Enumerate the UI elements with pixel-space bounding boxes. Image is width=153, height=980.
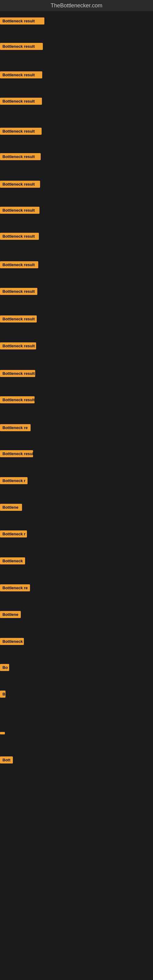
- bottleneck-result-6[interactable]: Bottleneck result: [0, 153, 41, 160]
- bottleneck-result-18[interactable]: Bottleneck r: [0, 477, 27, 484]
- bottleneck-result-20[interactable]: Bottleneck r: [0, 530, 27, 538]
- site-title: TheBottlenecker.com: [0, 0, 153, 11]
- bottleneck-result-17[interactable]: Bottleneck result: [0, 450, 33, 457]
- bottleneck-result-22[interactable]: Bottleneck re: [0, 584, 30, 591]
- bottleneck-result-14[interactable]: Bottleneck result: [0, 370, 35, 377]
- bottleneck-result-26[interactable]: B: [0, 690, 5, 698]
- bottleneck-result-4[interactable]: Bottleneck result: [0, 98, 42, 105]
- bottleneck-result-8[interactable]: Bottleneck result: [0, 207, 40, 214]
- bottleneck-result-25[interactable]: Bo: [0, 664, 9, 671]
- bottleneck-result-27[interactable]: [0, 732, 5, 734]
- bottleneck-result-21[interactable]: Bottleneck: [0, 557, 25, 565]
- bottleneck-result-9[interactable]: Bottleneck result: [0, 233, 39, 240]
- bottleneck-result-2[interactable]: Bottleneck result: [0, 43, 43, 50]
- bottleneck-result-15[interactable]: Bottleneck result: [0, 396, 35, 403]
- bottleneck-result-23[interactable]: Bottlene: [0, 611, 21, 618]
- bottleneck-result-7[interactable]: Bottleneck result: [0, 181, 40, 188]
- bottleneck-result-24[interactable]: Bottleneck: [0, 638, 24, 645]
- bottleneck-result-13[interactable]: Bottleneck result: [0, 342, 36, 350]
- bottleneck-result-5[interactable]: Bottleneck result: [0, 128, 41, 135]
- bottleneck-result-1[interactable]: Bottleneck result: [0, 18, 45, 24]
- bottleneck-result-3[interactable]: Bottleneck result: [0, 72, 42, 78]
- bottleneck-result-28[interactable]: Bott: [0, 756, 13, 764]
- bottleneck-result-16[interactable]: Bottleneck re: [0, 424, 30, 431]
- bottleneck-result-12[interactable]: Bottleneck result: [0, 315, 37, 323]
- bottleneck-result-11[interactable]: Bottleneck result: [0, 288, 37, 295]
- bottleneck-result-10[interactable]: Bottleneck result: [0, 261, 38, 268]
- bottleneck-result-19[interactable]: Bottlene: [0, 504, 22, 511]
